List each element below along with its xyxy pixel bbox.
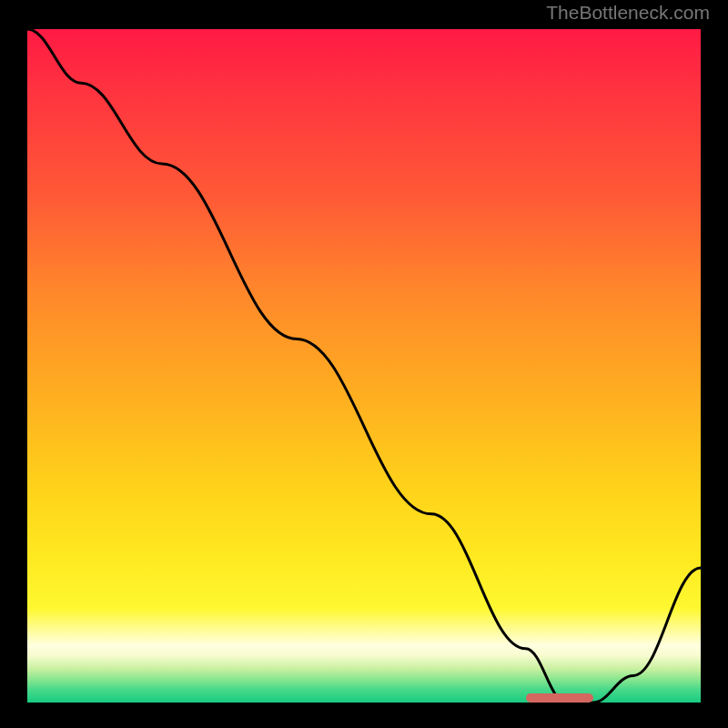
- attribution-text: TheBottleneck.com: [546, 2, 710, 24]
- gradient-plot-area: [27, 29, 701, 708]
- optimum-marker: [526, 693, 593, 703]
- chart-container: TheBottleneck.com: [0, 0, 728, 728]
